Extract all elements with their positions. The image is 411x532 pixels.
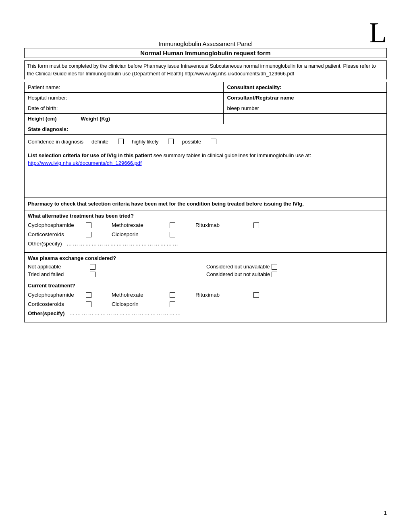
confidence-section: Confidence in diagnosis definite highly … (24, 135, 387, 149)
hospital-number-label: Hospital number: (28, 95, 67, 101)
consultant-registrar-label: Consultant/Registrar name (227, 95, 294, 101)
plasma-not-applicable-checkbox[interactable] (90, 264, 95, 270)
cur-corticosteroids-checkbox[interactable] (86, 301, 91, 307)
highly-likely-label: highly likely (132, 139, 158, 145)
plasma-exchange-section: Was plasma exchange considered? Not appl… (24, 253, 387, 280)
cur-cyclophosphamide-checkbox[interactable] (86, 292, 91, 298)
plasma-considered-not-suitable-checkbox[interactable] (272, 272, 277, 277)
form-subtitle: Normal Human Immunoglobulin request form (24, 48, 387, 58)
plasma-tried-failed: Tried and failed (28, 271, 205, 277)
confidence-label: Confidence in diagnosis (28, 139, 83, 145)
alt-methotrexate-checkbox[interactable] (170, 222, 175, 228)
cur-ciclosporin-checkbox[interactable] (170, 301, 175, 307)
possible-checkbox[interactable] (211, 139, 216, 144)
alt-ciclosporin-label: Ciclosporin (112, 231, 168, 237)
cur-methotrexate-label: Methotrexate (112, 292, 168, 298)
alt-other-label: Other(specify) (28, 241, 62, 247)
criteria-section: List selection criteria for use of IVIg … (24, 149, 387, 197)
cur-ciclosporin-label: Ciclosporin (112, 301, 168, 307)
alt-ciclosporin-checkbox[interactable] (170, 232, 175, 237)
definite-checkbox[interactable] (118, 139, 124, 144)
state-diagnosis-label: State diagnosis: (28, 126, 68, 132)
alt-rituximab-label: Rituximab (195, 222, 252, 228)
plasma-considered-not-suitable-label: Considered but not suitable (206, 271, 270, 277)
pharmacy-section: Pharmacy to check that selection criteri… (24, 197, 387, 211)
plasma-considered-unavailable-checkbox[interactable] (272, 264, 277, 270)
alt-other-row: Other(specify) ……………………………………………… (28, 241, 383, 247)
page-number: 1 (384, 510, 387, 516)
alternative-treatment-section: What alternative treatment has been trie… (24, 210, 387, 253)
plasma-considered-unavailable: Considered but unavailable (206, 264, 383, 270)
possible-label: possible (182, 139, 201, 145)
patient-info-table: Patient name: Consultant speciality: Hos… (24, 82, 387, 124)
date-of-birth-label: Date of birth: (28, 105, 58, 111)
definite-label: definite (91, 139, 108, 145)
plasma-tried-failed-label: Tried and failed (28, 271, 88, 277)
bleep-number-label: bleep number (227, 105, 259, 111)
highly-likely-checkbox[interactable] (168, 139, 174, 144)
cur-other-dots: ……………………………………………… (69, 310, 182, 316)
current-other-row: Other(specify) ……………………………………………… (28, 310, 383, 316)
cur-rituximab-label: Rituximab (195, 292, 252, 298)
height-label: Height (cm) (28, 116, 57, 122)
criteria-link[interactable]: http://www.ivig.nhs.uk/documents/dh_1296… (28, 160, 142, 166)
cur-other-label: Other(specify) (28, 310, 65, 316)
plasma-grid: Not applicable Considered but unavailabl… (28, 264, 383, 277)
alt-treatment-row2: Corticosteroids Ciclosporin (28, 231, 383, 237)
current-treatment-row1: Cyclophosphamide Methotrexate Rituximab (28, 292, 383, 298)
patient-name-label: Patient name: (28, 84, 60, 90)
cur-rituximab-checkbox[interactable] (253, 292, 259, 298)
cur-corticosteroids-label: Corticosteroids (28, 301, 84, 307)
alt-rituximab-checkbox[interactable] (253, 222, 259, 228)
alt-corticosteroids-label: Corticosteroids (28, 231, 84, 237)
form-instructions: This form must be completed by the clini… (24, 60, 387, 79)
alt-cyclophosphamide-label: Cyclophosphamide (28, 222, 84, 228)
form-title: Immunoglobulin Assessment Panel (24, 40, 387, 47)
alt-other-dots: ……………………………………………… (66, 241, 179, 247)
alt-cyclophosphamide-checkbox[interactable] (86, 222, 91, 228)
cur-cyclophosphamide-label: Cyclophosphamide (28, 292, 84, 298)
weight-label: Weight (Kg) (81, 116, 110, 122)
plasma-not-applicable: Not applicable (28, 264, 205, 270)
alt-corticosteroids-checkbox[interactable] (86, 232, 91, 237)
current-treatment-section: Current treatment? Cyclophosphamide Meth… (24, 280, 387, 322)
alt-treatment-row1: Cyclophosphamide Methotrexate Rituximab (28, 222, 383, 228)
cur-methotrexate-checkbox[interactable] (170, 292, 175, 298)
consultant-speciality-label: Consultant speciality: (227, 84, 281, 90)
pharmacy-text: Pharmacy to check that selection criteri… (28, 200, 383, 208)
plasma-considered-not-suitable: Considered but not suitable (206, 271, 383, 277)
page-letter: L (369, 16, 387, 50)
alt-treatment-title: What alternative treatment has been trie… (28, 213, 383, 219)
plasma-considered-unavailable-label: Considered but unavailable (206, 264, 270, 270)
plasma-tried-failed-checkbox[interactable] (90, 272, 95, 277)
criteria-title-bold: List selection criteria for use of IVIg … (28, 152, 152, 158)
state-diagnosis-section: State diagnosis: (24, 124, 387, 135)
plasma-title: Was plasma exchange considered? (28, 255, 383, 261)
plasma-not-applicable-label: Not applicable (28, 264, 88, 270)
current-treatment-title: Current treatment? (28, 283, 383, 289)
alt-methotrexate-label: Methotrexate (112, 222, 168, 228)
criteria-title-normal: see summary tables in clinical guideline… (154, 152, 311, 158)
current-treatment-row2: Corticosteroids Ciclosporin (28, 301, 383, 307)
